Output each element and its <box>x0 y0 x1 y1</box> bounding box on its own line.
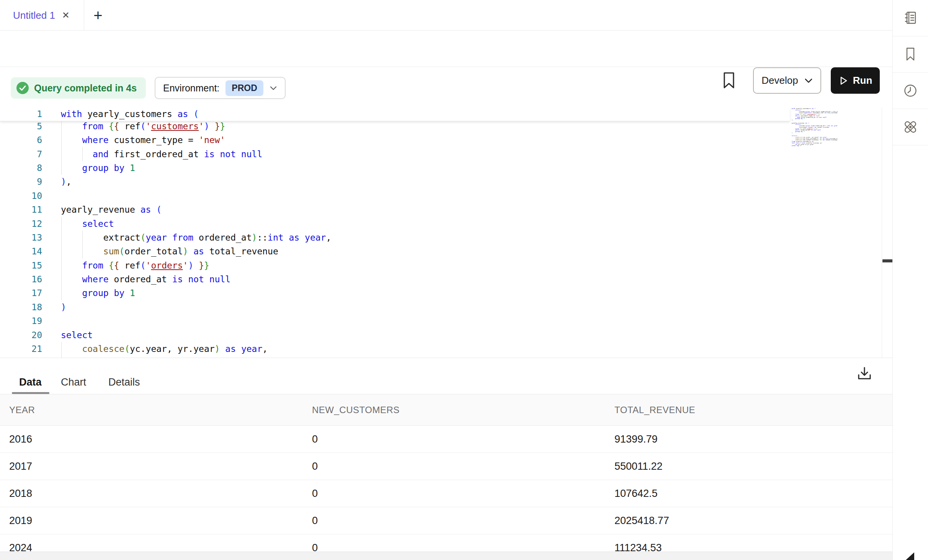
code-line[interactable]: 19 <box>0 314 882 328</box>
line-number: 13 <box>0 231 42 244</box>
line-number: 10 <box>0 189 42 203</box>
table-row: 2016091399.79 <box>0 426 892 453</box>
line-number: 9 <box>0 175 42 189</box>
code-line[interactable]: 20select <box>0 328 882 342</box>
check-circle-icon <box>16 81 29 94</box>
line-number: 12 <box>0 217 42 231</box>
line-number: 19 <box>0 314 42 328</box>
new-tab-button[interactable]: + <box>88 0 108 31</box>
code-line[interactable]: 17 group by 1 <box>0 286 882 300</box>
table-header-row: YEARNEW_CUSTOMERSTOTAL_REVENUE <box>0 394 892 426</box>
table-cell: 0 <box>312 507 318 534</box>
line-number: 5 <box>0 119 42 133</box>
table-cell: 2025418.77 <box>614 507 669 534</box>
close-icon[interactable]: ✕ <box>62 11 70 20</box>
line-number: 7 <box>0 147 42 161</box>
tab-title: Untitled 1 <box>13 10 55 21</box>
play-icon <box>838 76 848 86</box>
bookmark-icon <box>903 47 918 62</box>
line-number: 1 <box>0 107 42 121</box>
code-line[interactable]: 8 group by 1 <box>0 161 882 175</box>
history-clock-icon <box>903 83 918 98</box>
line-number: 20 <box>0 328 42 342</box>
table-body: 2016091399.7920170550011.2220180107642.5… <box>0 426 892 560</box>
table-cell: 2019 <box>9 507 32 534</box>
sidebar-item-lineage[interactable] <box>893 109 928 145</box>
develop-label: Develop <box>761 75 798 86</box>
environment-value-badge: PROD <box>225 80 263 96</box>
code-line[interactable]: 11yearly_revenue as ( <box>0 203 882 217</box>
code-line[interactable]: 16 where ordered_at is not null <box>0 272 882 286</box>
line-number: 14 <box>0 244 42 258</box>
run-label: Run <box>853 75 872 86</box>
sidebar-item-notebook[interactable] <box>893 0 928 36</box>
table-row: 201902025418.77 <box>0 507 892 534</box>
chevron-down-icon <box>270 86 277 91</box>
line-number: 17 <box>0 286 42 300</box>
code-line[interactable]: 10 <box>0 189 882 203</box>
code-editor[interactable]: 5 from {{ ref('customers') }}6 where cus… <box>0 107 892 358</box>
code-line[interactable]: 21 coalesce(yc.year, yr.year) as year, <box>0 342 882 356</box>
sidebar-item-bookmarks[interactable] <box>893 36 928 73</box>
lineage-knot-icon <box>902 119 918 135</box>
line-number: 15 <box>0 259 42 272</box>
code-line[interactable]: 13 extract(year from ordered_at)::int as… <box>0 231 882 244</box>
line-number: 6 <box>0 133 42 147</box>
sticky-line: 1with yearly_customers as ( <box>0 107 790 121</box>
results-tab-details[interactable]: Details <box>108 376 140 388</box>
horizontal-scrollbar-track[interactable] <box>0 552 892 560</box>
editor-lines: 5 from {{ ref('customers') }}6 where cus… <box>0 119 882 358</box>
right-icon-sidebar <box>892 0 928 560</box>
table-cell: 550011.22 <box>614 453 663 480</box>
query-status-badge: Query completed in 4s <box>11 77 146 99</box>
overview-ruler[interactable] <box>882 107 892 358</box>
results-tab-data[interactable]: Data <box>19 376 42 388</box>
table-cell: 107642.5 <box>614 480 658 507</box>
download-icon[interactable] <box>857 366 872 383</box>
query-status-text: Query completed in 4s <box>34 83 137 94</box>
code-line[interactable]: 6 where customer_type = 'new' <box>0 133 882 147</box>
column-header: YEAR <box>9 394 35 425</box>
table-cell: 2016 <box>9 426 32 453</box>
run-button[interactable]: Run <box>831 67 880 94</box>
toolbar: Develop Run <box>0 31 892 67</box>
results-table: YEARNEW_CUSTOMERSTOTAL_REVENUE 201609139… <box>0 394 892 560</box>
column-header: TOTAL_REVENUE <box>614 394 695 425</box>
cursor-position-marker <box>882 259 892 262</box>
results-panel: DataChartDetails YEARNEW_CUSTOMERSTOTAL_… <box>0 358 892 560</box>
code-line[interactable]: 12 select <box>0 217 882 231</box>
results-tab-chart[interactable]: Chart <box>61 376 86 388</box>
table-cell: 91399.79 <box>614 426 658 453</box>
develop-dropdown[interactable]: Develop <box>753 67 821 94</box>
bookmark-icon[interactable] <box>721 71 737 90</box>
tab-bar: Untitled 1 ✕ + <box>0 0 892 31</box>
line-number: 21 <box>0 342 42 356</box>
code-line[interactable]: 1with yearly_customers as ( <box>0 107 790 121</box>
code-line[interactable]: 18) <box>0 300 882 314</box>
sidebar-item-history[interactable] <box>893 73 928 109</box>
code-line[interactable]: 5 from {{ ref('customers') }} <box>0 119 882 133</box>
table-cell: 2018 <box>9 480 32 507</box>
table-cell: 0 <box>312 426 318 453</box>
editor-tab-untitled-1[interactable]: Untitled 1 ✕ <box>0 0 84 31</box>
table-row: 20180107642.5 <box>0 480 892 507</box>
notebook-icon <box>903 10 918 26</box>
environment-label: Environment: <box>163 83 219 94</box>
line-number: 16 <box>0 272 42 286</box>
code-line[interactable]: 7 and first_ordered_at is not null <box>0 147 882 161</box>
line-number: 11 <box>0 203 42 217</box>
table-row: 20170550011.22 <box>0 453 892 480</box>
chevron-down-icon <box>804 78 813 83</box>
table-cell: 0 <box>312 480 318 507</box>
main-area: Untitled 1 ✕ + Develop Run <box>0 0 892 560</box>
code-line[interactable]: 14 sum(order_total) as total_revenue <box>0 244 882 258</box>
sql-ide-window: Untitled 1 ✕ + Develop Run <box>0 0 928 560</box>
table-cell: 2017 <box>9 453 32 480</box>
code-line[interactable]: 15 from {{ ref('orders') }} <box>0 259 882 272</box>
column-header: NEW_CUSTOMERS <box>312 394 400 425</box>
environment-selector[interactable]: Environment: PROD <box>155 77 286 99</box>
code-line[interactable]: 9), <box>0 175 882 189</box>
minimap[interactable]: with yearly_customers as ( select extrac… <box>790 108 838 149</box>
table-cell: 0 <box>312 453 318 480</box>
line-number: 18 <box>0 300 42 314</box>
